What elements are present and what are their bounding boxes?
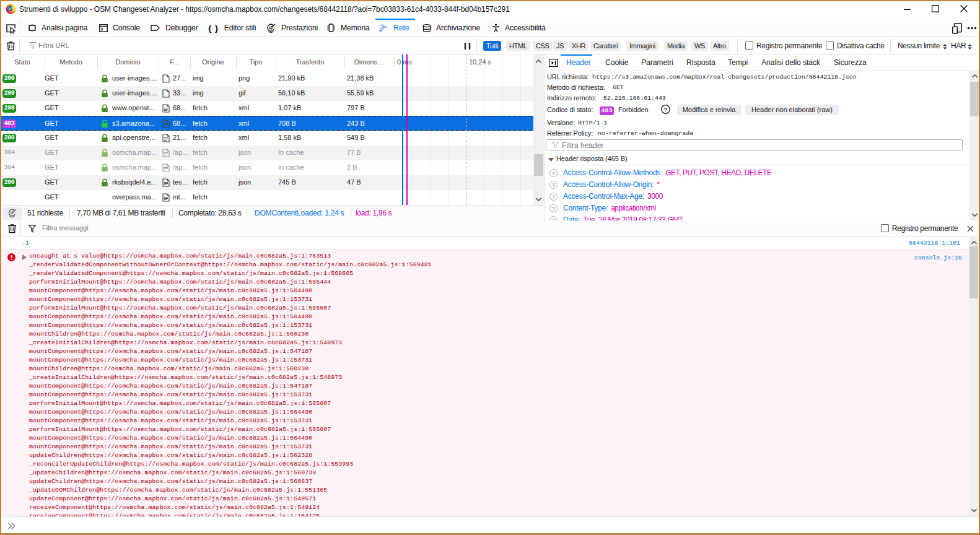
svg-text:?: ? [664, 106, 668, 113]
